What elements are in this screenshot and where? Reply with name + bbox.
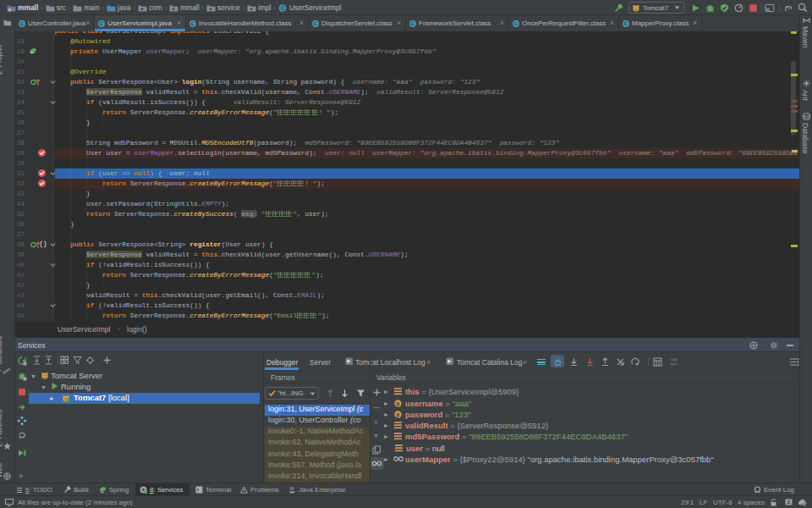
svg-text:C: C	[100, 21, 104, 26]
svg-text:C: C	[281, 5, 285, 11]
svg-text:p: p	[396, 411, 399, 418]
svg-text:C: C	[411, 21, 415, 26]
svg-text:C: C	[191, 21, 195, 26]
svg-text:p: p	[396, 400, 399, 407]
svg-text:C: C	[20, 21, 25, 26]
svg-text:C: C	[314, 21, 318, 26]
svg-text:C: C	[624, 21, 628, 26]
svg-text:C: C	[514, 21, 518, 26]
